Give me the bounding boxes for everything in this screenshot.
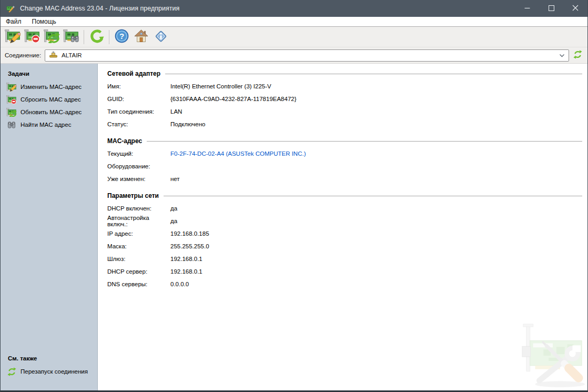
field-row: Оборудование: bbox=[107, 160, 583, 173]
binoculars-icon bbox=[6, 120, 17, 129]
help-icon: ? bbox=[115, 29, 129, 45]
field-row: Статус:Подключено bbox=[107, 118, 583, 130]
field-row: Уже изменен:нет bbox=[107, 173, 583, 185]
refresh-connections-button[interactable] bbox=[573, 50, 582, 61]
field-label: IP адрес: bbox=[107, 230, 170, 237]
toolbar-refresh-button[interactable] bbox=[87, 28, 106, 46]
task-item-3[interactable]: Найти MAC адрес bbox=[1, 118, 97, 131]
field-row: Тип соединения:LAN bbox=[107, 105, 583, 118]
nic-refresh-icon bbox=[6, 108, 17, 117]
section-rule bbox=[165, 74, 582, 74]
connection-value: ALTAIR bbox=[62, 52, 82, 58]
field-label: Статус: bbox=[107, 121, 170, 127]
field-label: Уже изменен: bbox=[107, 176, 170, 182]
field-label: Текущий: bbox=[107, 150, 170, 157]
app-window: Change MAC Address 23.04 - Лицензия пред… bbox=[0, 0, 588, 392]
menubar: ФайлПомощь bbox=[1, 17, 587, 27]
app-icon bbox=[6, 4, 15, 13]
field-label: Тип соединения: bbox=[107, 108, 170, 115]
close-icon bbox=[572, 5, 579, 13]
tasks-header: Задачи bbox=[1, 64, 97, 81]
section-title: Параметры сети bbox=[107, 192, 159, 199]
close-button[interactable] bbox=[563, 0, 587, 17]
field-value: Подключено bbox=[170, 121, 206, 127]
field-label: DNS серверы: bbox=[107, 281, 170, 287]
field-row: Текущий:F0-2F-74-DC-02-A4 (ASUSTek COMPU… bbox=[107, 147, 583, 160]
field-label: Автонастройка включ.: bbox=[107, 215, 170, 227]
window-controls bbox=[515, 0, 587, 17]
field-row: GUID:{6310FAAA-C9AD-4232-827A-117819EA84… bbox=[107, 93, 583, 105]
field-row: Шлюз:192.168.0.1 bbox=[107, 253, 583, 265]
field-row: DHCP сервер:192.168.0.1 bbox=[107, 265, 583, 278]
field-row: DHCP включен:да bbox=[107, 202, 583, 215]
field-value: да bbox=[170, 218, 177, 224]
task-item-2[interactable]: Обновить MAC-адрес bbox=[1, 106, 97, 118]
field-label: GUID: bbox=[107, 96, 170, 102]
see-also-item-0[interactable]: Перезапуск соединения bbox=[1, 365, 97, 378]
field-value: 0.0.0.0 bbox=[170, 281, 189, 287]
field-value: 192.168.0.1 bbox=[170, 256, 202, 262]
connection-icon bbox=[49, 51, 58, 60]
field-row: Автонастройка включ.:да bbox=[107, 215, 583, 227]
field-value: да bbox=[170, 205, 177, 212]
minimize-button[interactable] bbox=[515, 0, 539, 17]
chevron-down-icon[interactable] bbox=[559, 54, 565, 57]
connection-combobox[interactable]: ALTAIR bbox=[45, 49, 569, 62]
titlebar: Change MAC Address 23.04 - Лицензия пред… bbox=[1, 0, 587, 17]
maximize-button[interactable] bbox=[539, 0, 563, 17]
task-item-0[interactable]: Изменить MAC-адрес bbox=[1, 81, 97, 93]
nic-edit-icon bbox=[5, 29, 21, 45]
field-label: Шлюз: bbox=[107, 256, 170, 262]
toolbar-change-mac-button[interactable] bbox=[3, 28, 23, 46]
window-title: Change MAC Address 23.04 - Лицензия пред… bbox=[20, 5, 179, 12]
task-item-1[interactable]: Сбросить MAC адрес bbox=[1, 93, 97, 106]
see-also-header: См. также bbox=[1, 355, 97, 365]
minimize-icon bbox=[524, 5, 530, 13]
field-value: LAN bbox=[170, 108, 182, 115]
field-value: {6310FAAA-C9AD-4232-827A-117819EA8472} bbox=[170, 96, 297, 102]
toolbar-about-button[interactable] bbox=[151, 28, 170, 46]
home-icon bbox=[134, 29, 148, 45]
field-value: 192.168.0.1 bbox=[170, 268, 202, 275]
menu-file[interactable]: Файл bbox=[1, 17, 27, 26]
section-header: Параметры сети bbox=[107, 190, 583, 201]
toolbar: ? bbox=[1, 27, 587, 47]
recycle-icon bbox=[573, 50, 582, 61]
field-row: DNS серверы:0.0.0.0 bbox=[107, 278, 583, 290]
nic-edit-icon bbox=[6, 83, 17, 92]
task-list: Изменить MAC-адрес Сбросить MAC адрес Об… bbox=[1, 81, 97, 131]
connection-label: Соединение: bbox=[5, 52, 41, 58]
adapter-details-panel: Сетевой адаптерИмя:Intel(R) Ethernet Con… bbox=[98, 64, 587, 390]
connection-bar: Соединение: ALTAIR bbox=[1, 47, 587, 64]
field-value-mac-link[interactable]: F0-2F-74-DC-02-A4 (ASUSTek COMPUTER INC.… bbox=[170, 150, 306, 157]
content: Задачи Изменить MAC-адрес Сбросить MAC а… bbox=[1, 64, 587, 390]
nic-reset-icon bbox=[6, 95, 17, 104]
nic-refresh-icon bbox=[44, 29, 60, 45]
toolbar-reset-mac-button[interactable] bbox=[23, 28, 42, 46]
section-rule bbox=[164, 196, 582, 196]
toolbar-update-mac-button[interactable] bbox=[42, 28, 62, 46]
task-label: Обновить MAC-адрес bbox=[21, 109, 82, 115]
toolbar-help-button[interactable]: ? bbox=[112, 28, 131, 46]
toolbar-find-mac-button[interactable] bbox=[62, 28, 81, 46]
field-value: 255.255.255.0 bbox=[170, 243, 209, 249]
section-title: MAC-адрес bbox=[107, 137, 142, 145]
nic-find-icon bbox=[63, 29, 79, 45]
task-label: Изменить MAC-адрес bbox=[21, 84, 82, 90]
field-value: 192.168.0.185 bbox=[170, 230, 209, 237]
section-title: Сетевой адаптер bbox=[107, 70, 160, 77]
refresh-arrow-icon bbox=[89, 29, 104, 45]
svg-text:?: ? bbox=[119, 32, 124, 41]
toolbar-home-button[interactable] bbox=[131, 28, 151, 46]
sidebar: Задачи Изменить MAC-адрес Сбросить MAC а… bbox=[1, 64, 98, 390]
section-rule bbox=[147, 141, 582, 142]
field-row: Маска:255.255.255.0 bbox=[107, 240, 583, 253]
field-label: Маска: bbox=[107, 243, 170, 249]
field-label: DHCP включен: bbox=[107, 205, 170, 212]
about-icon bbox=[154, 29, 168, 45]
toolbar-separator bbox=[109, 30, 109, 44]
see-also-panel: См. также Перезапуск соединения bbox=[1, 355, 97, 378]
see-also-label: Перезапуск соединения bbox=[21, 368, 88, 375]
section-header: MAC-адрес bbox=[107, 136, 583, 146]
menu-help[interactable]: Помощь bbox=[27, 17, 62, 26]
